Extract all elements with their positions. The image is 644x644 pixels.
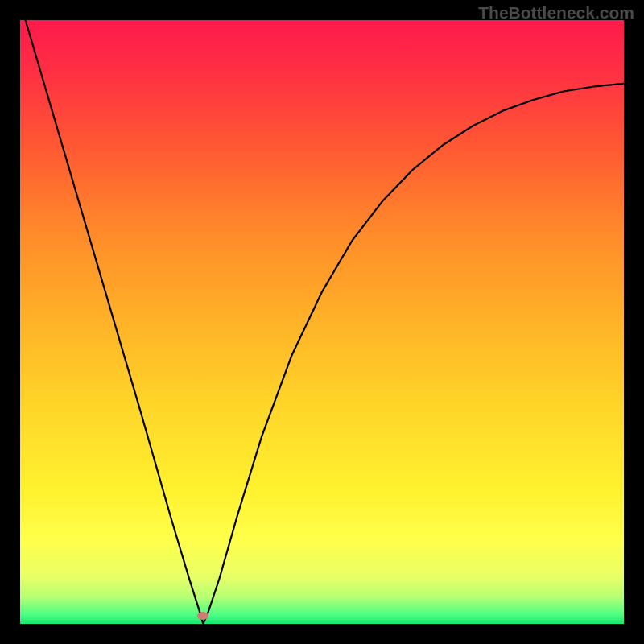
bottleneck-curve — [20, 20, 624, 624]
plot-area — [20, 20, 624, 624]
optimal-point-marker — [197, 612, 208, 620]
chart-frame: TheBottleneck.com — [0, 0, 644, 644]
watermark-text: TheBottleneck.com — [478, 3, 634, 23]
